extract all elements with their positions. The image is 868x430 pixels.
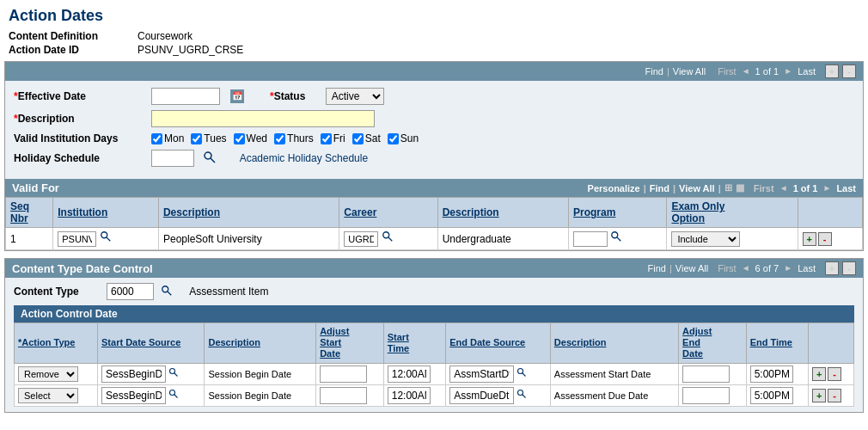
holiday-schedule-link[interactable]: Academic Holiday Schedule <box>240 152 368 164</box>
end-time-input-2[interactable] <box>750 387 793 404</box>
sat-label: Sat <box>365 132 381 144</box>
end-source-input-2[interactable] <box>449 387 514 404</box>
sat-checkbox[interactable] <box>352 133 364 144</box>
valid-for-container: Valid For Personalize | Find | View All … <box>5 179 863 250</box>
ct-add-btn[interactable]: + <box>825 261 839 275</box>
program-lookup[interactable] <box>610 233 622 245</box>
adj-start-input-1[interactable] <box>320 366 367 383</box>
end-source-lookup-2[interactable] <box>517 390 527 401</box>
start-source-input-1[interactable] <box>101 366 166 383</box>
cell-end-source-2 <box>446 384 551 406</box>
col-exam-only-link[interactable]: Exam OnlyOption <box>671 200 724 224</box>
start-time-input-1[interactable] <box>388 366 431 383</box>
holiday-input[interactable]: PSS <box>151 150 194 167</box>
tues-checkbox[interactable] <box>191 133 202 144</box>
institution-input[interactable] <box>58 231 96 247</box>
svg-point-14 <box>170 390 175 395</box>
personalize-link[interactable]: Personalize <box>588 183 640 194</box>
chart-icon[interactable]: ▦ <box>736 182 744 194</box>
effective-date-row: *Effective Date 01/01/2000 📅 *Status Act… <box>14 88 854 105</box>
holiday-lookup-icon[interactable] <box>203 150 217 167</box>
thurs-checkbox[interactable] <box>274 133 285 144</box>
status-select[interactable]: Active Inactive <box>326 88 384 105</box>
col-institution-link[interactable]: Institution <box>58 206 107 218</box>
career-input[interactable] <box>344 231 378 247</box>
ct-next-btn[interactable]: ► <box>782 262 794 274</box>
ct-prev-btn[interactable]: ◄ <box>740 262 752 274</box>
svg-line-17 <box>523 394 526 397</box>
content-type-lookup[interactable] <box>161 285 173 299</box>
ct-view-all-link[interactable]: View All <box>675 263 708 273</box>
effective-date-input[interactable]: 01/01/2000 <box>151 88 220 105</box>
add-action-row-1[interactable]: + <box>812 367 826 381</box>
start-source-lookup-2[interactable] <box>168 390 179 401</box>
cell-start-time-2 <box>383 384 445 406</box>
valid-for-title: Valid For <box>12 181 59 194</box>
program-input[interactable] <box>573 231 608 247</box>
col-career: Career <box>339 198 437 228</box>
vf-find-link[interactable]: Find <box>650 183 669 194</box>
remove-row-btn[interactable]: - <box>842 64 856 78</box>
adj-end-input-1[interactable] <box>682 366 730 383</box>
ct-find-link[interactable]: Find <box>648 263 666 273</box>
next-btn[interactable]: ► <box>782 65 794 77</box>
remove-action-row-2[interactable]: - <box>828 389 841 402</box>
add-row-btn[interactable]: + <box>803 232 816 246</box>
career-lookup[interactable] <box>382 233 394 245</box>
end-source-lookup-1[interactable] <box>517 369 527 379</box>
fri-checkbox[interactable] <box>321 133 332 144</box>
table-row: Remove Select Session Begin Date <box>15 384 854 406</box>
cell-adj-start-1 <box>316 363 384 384</box>
exam-only-select[interactable]: Include Exam Only <box>671 231 740 247</box>
start-time-input-2[interactable] <box>388 387 431 404</box>
vf-view-all-link[interactable]: View All <box>679 183 715 194</box>
adj-start-input-2[interactable] <box>320 387 367 404</box>
view-all-link[interactable]: View All <box>673 66 706 77</box>
day-thurs: Thurs <box>274 132 314 144</box>
wed-checkbox[interactable] <box>234 133 245 144</box>
institution-lookup[interactable] <box>100 233 112 245</box>
day-sat: Sat <box>352 132 381 144</box>
content-type-label: Content Type <box>14 286 100 298</box>
col-seq-link[interactable]: SeqNbr <box>10 200 29 224</box>
col-desc2-link[interactable]: Description <box>443 206 499 218</box>
svg-point-6 <box>612 232 618 238</box>
description-input[interactable]: PSUNV UGRD Course Action Dates <box>151 110 375 127</box>
add-row-btn[interactable]: + <box>825 64 839 78</box>
mon-checkbox[interactable] <box>151 133 162 144</box>
remove-row-btn[interactable]: - <box>818 232 832 246</box>
ct-page-info: 6 of 7 <box>755 263 779 273</box>
end-source-input-1[interactable] <box>449 366 514 383</box>
vf-next-btn[interactable]: ► <box>821 182 833 194</box>
col-start-time: StartTime <box>383 323 445 364</box>
days-checkboxes: Mon Tues Wed Thurs Fri <box>151 132 419 144</box>
add-action-row-2[interactable]: + <box>812 389 826 402</box>
sun-checkbox[interactable] <box>388 133 399 144</box>
content-type-input[interactable] <box>107 283 154 300</box>
end-time-input-1[interactable] <box>750 366 793 383</box>
col-desc: Description <box>158 198 339 228</box>
adj-end-input-2[interactable] <box>682 387 730 404</box>
find-link[interactable]: Find <box>645 66 663 77</box>
svg-line-5 <box>388 237 392 241</box>
svg-line-3 <box>106 237 109 241</box>
ct-remove-btn[interactable]: - <box>842 261 856 275</box>
meta-value-action-id: PSUNV_UGRD_CRSE <box>138 44 243 56</box>
svg-line-9 <box>168 291 171 294</box>
vf-prev-btn[interactable]: ◄ <box>778 182 790 194</box>
remove-action-row-1[interactable]: - <box>828 367 841 381</box>
action-type-select-2[interactable]: Remove Select <box>18 388 78 403</box>
col-program-link[interactable]: Program <box>573 206 615 218</box>
vf-page-info: 1 of 1 <box>793 183 818 194</box>
last-nav: Last <box>798 66 816 77</box>
meta-label-action-id: Action Date ID <box>9 44 120 56</box>
action-type-select-1[interactable]: Remove Select <box>18 366 78 382</box>
col-desc-link[interactable]: Description <box>163 206 220 218</box>
col-career-link[interactable]: Career <box>344 206 376 218</box>
grid-icon[interactable]: ⊞ <box>724 182 732 194</box>
tues-label: Tues <box>204 132 226 144</box>
prev-btn[interactable]: ◄ <box>740 65 752 77</box>
calendar-icon[interactable]: 📅 <box>230 89 244 103</box>
start-source-lookup-1[interactable] <box>168 369 179 379</box>
start-source-input-2[interactable] <box>101 387 166 404</box>
